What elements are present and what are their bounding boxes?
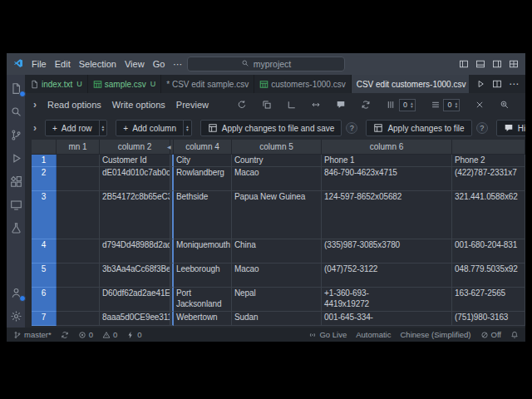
cell[interactable]: 2B54172c8b65eC3 xyxy=(100,191,170,239)
cell[interactable]: 001-645-334- xyxy=(322,312,452,326)
status-off[interactable]: Off xyxy=(480,330,502,339)
cell[interactable]: Sudan xyxy=(232,312,322,326)
column-header-1[interactable]: mn 1 xyxy=(57,140,100,155)
cell[interactable]: 001-680-204-831 xyxy=(452,239,525,264)
status-sync[interactable] xyxy=(61,331,69,339)
sidebar-left-icon[interactable] xyxy=(459,59,469,69)
cell[interactable]: Phone 2 xyxy=(452,155,525,167)
comment-icon[interactable] xyxy=(336,100,346,110)
status-zap[interactable]: 0 xyxy=(126,330,141,339)
cell[interactable]: Customer Id xyxy=(100,155,170,167)
cell[interactable]: Macao xyxy=(232,264,322,288)
menu-item[interactable]: ⋯ xyxy=(173,59,182,70)
cell[interactable]: 846-790-4623x4715 xyxy=(322,167,452,191)
close-icon[interactable] xyxy=(475,100,485,110)
resize-icon[interactable] xyxy=(311,100,321,110)
corner-icon[interactable] xyxy=(287,100,297,110)
copy-icon[interactable] xyxy=(262,100,272,110)
column-header-7[interactable] xyxy=(452,140,525,155)
row-counter[interactable]: 0▴▾ xyxy=(443,99,460,111)
menu-view[interactable]: View xyxy=(125,59,145,70)
activity-debug[interactable] xyxy=(10,151,22,165)
tab-csv-edit-customers-1000-csv[interactable]: CSV edit customers-1000.csv× xyxy=(352,75,469,93)
cell[interactable]: (422)787-2331x7 xyxy=(452,167,525,191)
status-error[interactable]: 0 xyxy=(78,330,93,339)
cell[interactable]: 124-597-8652x05682 xyxy=(322,191,452,239)
bars-icon[interactable] xyxy=(386,100,396,110)
cell[interactable]: Port Jacksonland xyxy=(174,288,232,312)
zoom-icon[interactable] xyxy=(500,100,510,110)
row-number[interactable]: 1 xyxy=(32,155,57,167)
reload-icon[interactable] xyxy=(237,100,247,110)
cell[interactable]: 163-627-2565 xyxy=(452,288,525,312)
menu-selection[interactable]: Selection xyxy=(79,59,116,70)
cell[interactable]: d794Dd48988d2ac xyxy=(100,239,170,264)
cell[interactable]: 321.441.0588x62 xyxy=(452,191,525,239)
column-header-5[interactable]: column 5 xyxy=(232,140,322,155)
row-number[interactable]: 2 xyxy=(32,167,57,191)
activity-extensions[interactable] xyxy=(10,175,22,188)
cell[interactable]: Bethside xyxy=(174,191,232,239)
split-icon[interactable] xyxy=(492,79,502,89)
run-icon[interactable] xyxy=(475,79,485,89)
cell[interactable]: Nepal xyxy=(232,288,322,312)
cell[interactable] xyxy=(57,167,100,191)
column-header-6[interactable]: column 6 xyxy=(322,140,452,155)
column-counter[interactable]: 0▴▾ xyxy=(399,99,416,111)
lines-icon[interactable] xyxy=(431,100,441,110)
activity-remote[interactable] xyxy=(10,198,22,211)
row-number[interactable]: 3 xyxy=(32,191,57,239)
tab-csv-edit-sample-csv[interactable]: * CSV edit sample.csv xyxy=(161,75,254,93)
read-options-section[interactable]: Read options xyxy=(47,100,101,110)
cell[interactable] xyxy=(57,264,100,288)
command-center-search[interactable]: myproject xyxy=(187,57,345,71)
help-badge[interactable]: ? xyxy=(346,122,357,134)
status-chinese-simplified[interactable]: Chinese (Simplified) xyxy=(400,330,470,339)
add-column-button[interactable]: +Add column▴▾ xyxy=(116,120,191,136)
cell[interactable]: dE014d010c7ab0c xyxy=(100,167,170,191)
cell[interactable]: China xyxy=(232,239,322,264)
cell[interactable]: (751)980-3163 xyxy=(452,312,525,326)
cell[interactable] xyxy=(57,191,100,239)
tab-index-txt[interactable]: index.txtU xyxy=(25,75,88,93)
cell[interactable]: (335)987-3085x3780 xyxy=(322,239,452,264)
layout-grid-icon[interactable] xyxy=(509,59,519,69)
row-number[interactable]: 7 xyxy=(32,312,57,326)
activity-settings[interactable] xyxy=(10,309,22,323)
cell[interactable]: Macao xyxy=(232,167,322,191)
row-number[interactable]: 5 xyxy=(32,264,57,288)
activity-source-control[interactable] xyxy=(10,128,22,141)
cell[interactable] xyxy=(57,312,100,326)
cell[interactable]: City xyxy=(174,155,232,167)
help-badge[interactable]: ? xyxy=(476,122,488,134)
status-automatic[interactable]: Automatic xyxy=(356,330,391,339)
column-header-2[interactable]: column 2 xyxy=(100,140,170,155)
status-bell[interactable] xyxy=(510,331,519,339)
row-number[interactable]: 6 xyxy=(32,288,57,312)
activity-search[interactable] xyxy=(10,105,22,118)
menu-file[interactable]: File xyxy=(32,59,47,70)
status-branch[interactable]: master* xyxy=(13,330,52,339)
apply-save-button[interactable]: Apply changes to file and save xyxy=(200,120,342,136)
cell[interactable]: (047)752-3122 xyxy=(322,264,452,288)
apply-button[interactable]: Apply changes to file xyxy=(366,120,471,136)
sync-icon[interactable] xyxy=(361,100,371,110)
more-icon[interactable]: ⋯ xyxy=(509,79,519,89)
menu-edit[interactable]: Edit xyxy=(55,59,71,70)
cell[interactable]: 048.779.5035x92 xyxy=(452,264,525,288)
write-options-section[interactable]: Write options xyxy=(112,100,165,110)
status-warning[interactable]: 0 xyxy=(102,330,117,339)
stepper-arrows-icon[interactable]: ▴▾ xyxy=(183,121,191,135)
cell[interactable]: D60df62ad2ae41E xyxy=(100,288,170,312)
stepper-arrows-icon[interactable]: ▴▾ xyxy=(455,101,457,109)
cell[interactable]: Phone 1 xyxy=(322,155,452,167)
column-header-4[interactable]: column 4 xyxy=(174,140,232,155)
cell[interactable]: Moniquemouth xyxy=(174,239,232,264)
cell[interactable] xyxy=(57,288,100,312)
row-number[interactable]: 4 xyxy=(32,239,57,264)
cell[interactable]: Leeborough xyxy=(174,264,232,288)
activity-flask[interactable] xyxy=(10,221,22,234)
add-row-button[interactable]: +Add row▴▾ xyxy=(45,120,107,136)
cell[interactable]: Papua New Guinea xyxy=(232,191,322,239)
activity-account[interactable] xyxy=(10,286,22,299)
